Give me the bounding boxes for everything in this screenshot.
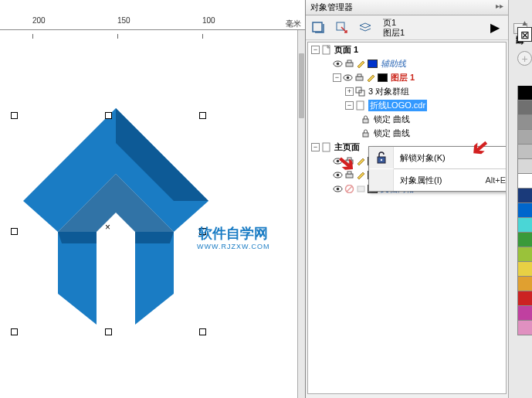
tree-label-selected: 折线LOGO.cdr: [368, 100, 427, 111]
tree-label: 3 对象群组: [368, 86, 409, 97]
object-manager-panel: 对象管理器 ▸▸ 页1 图层1 ▶ − 页面 1: [305, 0, 508, 398]
panel-titlebar[interactable]: 对象管理器 ▸▸: [306, 0, 508, 15]
tree-label: 锁定 曲线: [374, 114, 410, 125]
color-swatch[interactable]: [517, 277, 532, 291]
svg-point-38: [380, 159, 381, 161]
eye-icon[interactable]: [333, 184, 343, 194]
tree-node-locked-curve[interactable]: 锁定 曲线: [308, 112, 506, 126]
panel-options-icon[interactable]: ▸▸: [496, 2, 503, 10]
lock-icon: [361, 128, 371, 138]
file-icon: [355, 100, 365, 111]
eye-icon[interactable]: [333, 170, 343, 180]
no-color-swatch[interactable]: ⊠: [517, 27, 532, 42]
svg-rect-26: [346, 160, 353, 164]
svg-rect-20: [357, 101, 364, 110]
menu-shortcut: Alt+Enter: [485, 175, 507, 185]
menu-item-unlock[interactable]: 解锁对象(K): [369, 147, 507, 168]
selection-handle[interactable]: [105, 112, 112, 119]
palette-up-icon[interactable]: ▲: [517, 19, 532, 27]
tree-node-locked-curve[interactable]: 锁定 曲线: [308, 126, 506, 140]
color-swatch[interactable]: [517, 247, 532, 262]
color-swatch[interactable]: [517, 218, 532, 233]
color-swatch[interactable]: [517, 291, 532, 306]
color-swatch[interactable]: [517, 306, 532, 321]
tree-node-page1[interactable]: − 页面 1: [308, 43, 506, 56]
menu-label: 解锁对象(K): [394, 152, 507, 164]
expander-icon[interactable]: −: [345, 101, 354, 110]
svg-line-35: [347, 186, 352, 192]
color-swatch[interactable]: [517, 86, 532, 100]
tree-node-layer1[interactable]: − 图层 1: [308, 70, 506, 84]
logo-object[interactable]: [23, 108, 208, 325]
tree-label: 页面 1: [334, 44, 358, 56]
selection-handle[interactable]: [199, 112, 206, 119]
tree-label: 辅助线: [381, 58, 406, 70]
context-menu: 解锁对象(K) 对象属性(I) Alt+Enter: [368, 146, 507, 192]
object-tree[interactable]: − 页面 1 辅助线 − 图层 1 + 3 对象群组: [307, 42, 507, 394]
color-swatch[interactable]: [517, 174, 532, 189]
menu-item-properties[interactable]: 对象属性(I) Alt+Enter: [369, 169, 507, 191]
toolbar-layer-view-icon[interactable]: [309, 18, 329, 38]
color-swatch[interactable]: [517, 145, 532, 159]
selection-handle[interactable]: [11, 328, 18, 335]
toolbar-layers-icon[interactable]: [355, 18, 375, 38]
unlock-icon: [369, 147, 394, 168]
svg-rect-22: [363, 133, 368, 137]
layer-color-swatch[interactable]: [368, 60, 378, 68]
selection-handle[interactable]: [199, 328, 206, 335]
page-icon: [321, 142, 331, 152]
color-swatch[interactable]: [517, 262, 532, 277]
tree-node-group[interactable]: + 3 对象群组: [308, 84, 506, 98]
svg-rect-7: [313, 22, 322, 32]
color-swatch[interactable]: [517, 130, 532, 145]
watermark: 软件自学网 WWW.RJZXW.COM: [197, 224, 269, 250]
print-icon[interactable]: [344, 59, 354, 69]
tree-node-selected-file[interactable]: − 折线LOGO.cdr: [308, 98, 506, 112]
print-icon[interactable]: [344, 156, 354, 166]
selection-handle[interactable]: [105, 328, 112, 335]
noedit-icon[interactable]: [356, 184, 366, 194]
svg-point-29: [337, 173, 340, 176]
expander-icon[interactable]: −: [311, 143, 320, 151]
toolbar-menu-icon[interactable]: ▶: [485, 18, 505, 38]
ruler-tick: 150: [117, 16, 130, 25]
canvas-area[interactable]: 200 150 100 毫米 × 软件自学网 WWW.RJZXW.COM: [0, 0, 305, 398]
ruler-unit: 毫米: [286, 19, 301, 29]
watermark-main: 软件自学网: [197, 224, 269, 243]
toolbar-edit-icon[interactable]: [332, 18, 352, 38]
color-swatch[interactable]: [517, 233, 532, 247]
edit-icon[interactable]: [366, 73, 376, 83]
expander-icon[interactable]: −: [311, 46, 320, 54]
edit-icon[interactable]: [356, 170, 366, 180]
tree-node-guides[interactable]: 辅助线: [308, 56, 506, 70]
scrollbar-thumb[interactable]: [299, 53, 304, 118]
eye-icon[interactable]: [333, 59, 343, 69]
color-swatch[interactable]: [517, 321, 532, 335]
selection-handle[interactable]: [11, 112, 18, 119]
canvas-scrollbar[interactable]: [297, 30, 305, 398]
selection-center-icon: ×: [105, 222, 110, 233]
svg-point-33: [337, 187, 340, 190]
selection-handle[interactable]: [11, 228, 18, 235]
tree-label: 锁定 曲线: [374, 128, 410, 139]
print-icon[interactable]: [344, 170, 354, 180]
color-palette: ▲ ⊠ +: [517, 15, 532, 335]
svg-rect-12: [346, 63, 353, 66]
svg-rect-13: [347, 60, 351, 63]
expander-icon[interactable]: −: [333, 73, 341, 82]
color-swatch[interactable]: [517, 189, 532, 203]
color-swatch[interactable]: [517, 203, 532, 218]
properties-icon: [369, 169, 394, 191]
edit-icon[interactable]: [356, 156, 366, 166]
eye-icon[interactable]: [333, 156, 343, 166]
edit-icon[interactable]: [356, 59, 366, 69]
print-icon[interactable]: [354, 73, 364, 83]
color-swatch[interactable]: [517, 100, 532, 115]
add-color-icon[interactable]: +: [517, 51, 532, 66]
layer-color-swatch[interactable]: [378, 73, 388, 82]
color-swatch[interactable]: [517, 159, 532, 174]
noprint-icon[interactable]: [344, 184, 354, 194]
expander-icon[interactable]: +: [345, 87, 354, 96]
color-swatch[interactable]: [517, 115, 532, 130]
eye-icon[interactable]: [343, 73, 353, 83]
